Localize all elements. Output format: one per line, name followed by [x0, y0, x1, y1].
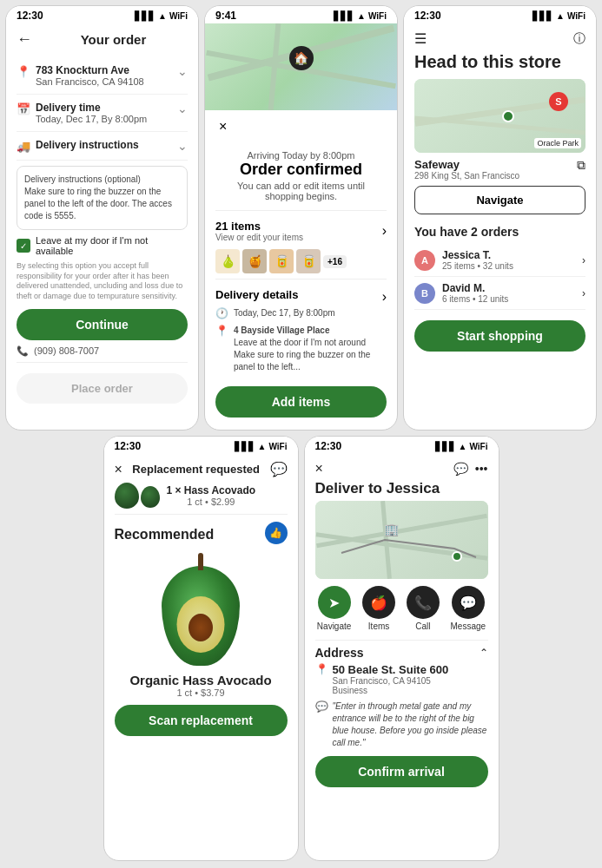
- chevron-icon: ⌄: [177, 64, 188, 78]
- disclaimer-text: By selecting this option you accept full…: [17, 261, 188, 302]
- delivery-instructions-label: Delivery instructions: [36, 139, 139, 151]
- delivery-details-title: Delivery details: [215, 288, 298, 301]
- phone-icon: 📞: [17, 345, 29, 357]
- status-time: 9:41: [215, 10, 236, 22]
- safeway-logo: S: [549, 92, 568, 111]
- chevron-icon: ⌄: [177, 102, 188, 115]
- message-icon[interactable]: 💬: [453, 462, 468, 476]
- navigate-label: Navigate: [317, 621, 351, 631]
- delivery-details: Delivery details › 🕐 Today, Dec 17, By 8…: [215, 285, 387, 379]
- menu-button[interactable]: ☰: [414, 30, 427, 47]
- original-qty: 1 × Hass Acovado: [167, 484, 256, 496]
- order-item-a[interactable]: A Jessica T. 25 items • 32 units ›: [414, 244, 585, 277]
- address-name: 50 Beale St. Suite 600: [333, 663, 449, 676]
- orders-title: You have 2 orders: [414, 225, 585, 239]
- address-section: Address ⌃ 📍 50 Beale St. Suite 600 San F…: [315, 640, 488, 749]
- order-b-sub: 6 items • 12 units: [442, 294, 508, 304]
- phone-row: 📞 (909) 808-7007: [17, 345, 188, 357]
- deliver-header: × 💬 •••: [315, 461, 488, 477]
- back-button[interactable]: ←: [17, 30, 32, 49]
- note-icon: 💬: [315, 700, 328, 713]
- call-action[interactable]: 📞 Call: [407, 586, 440, 631]
- confirmed-sub: You can add or edit items until shopping…: [226, 181, 376, 201]
- product-sub: 1 ct • $3.79: [115, 687, 288, 698]
- confirmed-header: Arriving Today by 8:00pm Order confirmed…: [215, 143, 387, 205]
- map-area: 🏠: [205, 23, 397, 110]
- message-action[interactable]: 💬 Message: [451, 586, 486, 631]
- continue-button[interactable]: Continue: [17, 309, 188, 340]
- status-icons: ▋▋▋▲WiFi: [435, 442, 488, 451]
- scan-replacement-button[interactable]: Scan replacement: [115, 705, 288, 736]
- location-icon: 📍: [215, 325, 228, 337]
- delivery-note: "Enter in through metal gate and my entr…: [333, 700, 488, 749]
- add-items-button[interactable]: Add items: [215, 386, 387, 418]
- calendar-icon: 📅: [17, 102, 30, 115]
- items-sub: View or edit your items: [215, 233, 303, 242]
- address-title: Address: [315, 646, 364, 660]
- delivery-address: 4 Bayside Village Place: [234, 325, 387, 337]
- message-icon[interactable]: 💬: [270, 461, 288, 477]
- original-product: 1 × Hass Acovado 1 ct • $2.99: [115, 483, 288, 509]
- store-address: 298 King St, San Francisco: [414, 171, 519, 181]
- order-item-b[interactable]: B David M. 6 items • 12 units ›: [414, 277, 585, 310]
- order-a-name: Jessica T.: [442, 249, 513, 261]
- status-icons: ▋▋▋▲WiFi: [235, 442, 288, 451]
- delivery-note: Leave at the door if I'm not around Make…: [234, 337, 387, 373]
- building-icon: 🏢: [384, 523, 399, 536]
- chevron-icon: ›: [582, 287, 585, 299]
- instructions-box[interactable]: Delivery instructions (optional) Make su…: [17, 166, 188, 230]
- copy-icon[interactable]: ⧉: [577, 158, 585, 173]
- status-time: 12:30: [17, 10, 43, 22]
- start-shopping-button[interactable]: Start shopping: [414, 320, 585, 352]
- navigate-icon: ➤: [318, 586, 351, 619]
- confirm-arrival-button[interactable]: Confirm arrival: [315, 756, 488, 787]
- address-header: Address ⌃: [315, 646, 488, 660]
- delivery-map: 🏢: [315, 501, 488, 579]
- delivery-time-field[interactable]: 📅 Delivery time Today, Dec 17, By 8:00pm…: [17, 95, 188, 132]
- close-button[interactable]: ×: [115, 462, 122, 477]
- navigate-action[interactable]: ➤ Navigate: [317, 586, 351, 631]
- navigate-button[interactable]: Navigate: [414, 186, 585, 214]
- items-action[interactable]: 🍎 Items: [362, 586, 395, 631]
- route-line: [315, 501, 488, 579]
- action-icons: ➤ Navigate 🍎 Items 📞 Call 💬 Message: [315, 586, 488, 631]
- call-label: Call: [415, 621, 430, 631]
- status-icons: ▋▋▋▲WiFi: [334, 11, 387, 21]
- address-field[interactable]: 📍 783 Knockturn Ave San Francisco, CA 94…: [17, 57, 188, 95]
- close-button[interactable]: ×: [315, 461, 323, 477]
- thumbs-up-icon: 👍: [265, 522, 288, 544]
- status-time: 12:30: [115, 440, 142, 452]
- thumb-3: 🥫: [269, 249, 294, 273]
- call-icon: 📞: [407, 586, 440, 619]
- deliver-title: Deliver to Jessica: [315, 480, 488, 497]
- items-icon: 🍎: [362, 586, 395, 619]
- chevron-icon: ›: [382, 223, 387, 239]
- more-icon[interactable]: •••: [475, 462, 488, 476]
- product-name: Organic Hass Avocado: [115, 673, 288, 687]
- page-title: Your order: [39, 32, 188, 47]
- thumb-1: 🍐: [215, 249, 240, 273]
- place-order-button[interactable]: Place order: [17, 373, 188, 404]
- thumb-4: 🥫: [296, 249, 321, 273]
- chevron-icon: ›: [382, 289, 387, 305]
- truck-icon: 🚚: [17, 140, 30, 153]
- info-button[interactable]: ⓘ: [573, 31, 585, 47]
- message-label: Message: [451, 621, 486, 631]
- status-icons: ▋▋▋▲WiFi: [533, 11, 585, 21]
- delivery-address-row: 📍 4 Bayside Village Place Leave at the d…: [215, 322, 387, 376]
- business-tag: Business: [333, 686, 449, 695]
- store-name: Safeway: [414, 158, 519, 171]
- address-sub: San Francisco, CA 94105: [333, 676, 449, 686]
- message-icon: 💬: [452, 586, 485, 619]
- order-b-avatar: B: [414, 283, 435, 304]
- delivery-time: Today, Dec 17, By 8:00pm: [234, 307, 335, 319]
- delivery-instructions-field[interactable]: 🚚 Delivery instructions ⌄: [17, 132, 188, 161]
- checkbox[interactable]: ✓: [17, 239, 30, 253]
- recommended-label: Recommended: [115, 527, 215, 542]
- items-row[interactable]: 21 items View or edit your items ›: [215, 216, 387, 246]
- close-button[interactable]: ×: [215, 115, 230, 138]
- address-sub: San Francisco, CA 94108: [36, 76, 144, 87]
- status-icons: ▋▋▋▲WiFi: [135, 11, 188, 21]
- checkbox-row[interactable]: ✓ Leave at my door if I'm not available: [17, 235, 188, 256]
- checkbox-label: Leave at my door if I'm not available: [36, 235, 188, 256]
